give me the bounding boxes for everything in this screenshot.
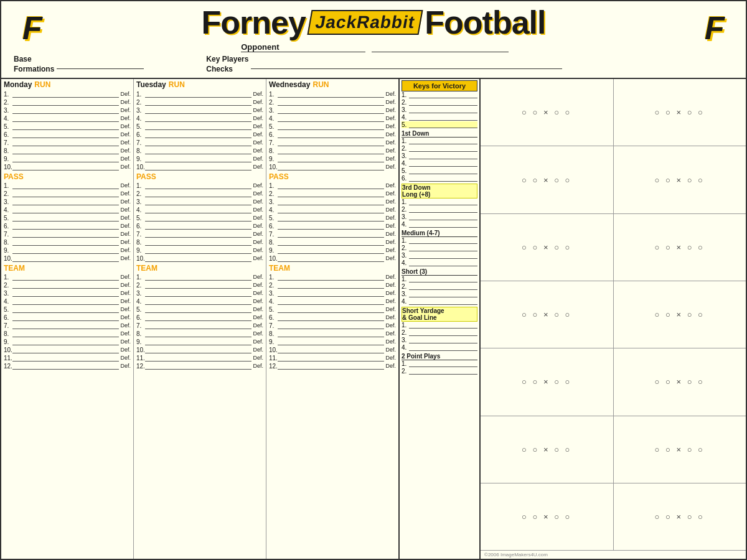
list-item: 7.Def. <box>136 230 263 238</box>
list-item: 1.Def. <box>136 182 263 189</box>
monday-column: Monday RUN 1.Def. 2.Def. 3.Def. 4.Def. 5… <box>1 79 134 559</box>
diagram-dots: ○ ○ × ○ ○ <box>522 310 571 319</box>
medium-label: Medium (4-7) <box>402 230 477 237</box>
diagram-section: ○ ○ × ○ ○ ○ ○ × ○ ○ ○ ○ × ○ ○ ○ ○ × ○ ○ … <box>481 79 746 559</box>
wednesday-type: RUN <box>312 80 329 89</box>
base-formations-label: BaseFormations <box>14 55 54 74</box>
list-item: 4.Def. <box>136 206 263 213</box>
keys-section: Keys for Victory 1. 2. 3. 4. 5. 1st Down… <box>400 79 481 559</box>
diagram-dots: ○ ○ × ○ ○ <box>655 310 705 319</box>
list-item: 1.Def. <box>136 273 263 281</box>
diagram-dots: ○ ○ × ○ ○ <box>522 243 571 252</box>
list-item: 1.Def. <box>269 273 396 281</box>
list-item: 10.Def. <box>4 163 131 170</box>
list-item: 7.Def. <box>4 230 131 238</box>
diagram-cell: ○ ○ × ○ ○ <box>481 416 614 483</box>
diagram-row: ○ ○ × ○ ○ ○ ○ × ○ ○ <box>481 214 746 281</box>
list-item: 2.Def. <box>269 281 396 289</box>
diagram-cell: ○ ○ × ○ ○ <box>481 348 614 415</box>
list-item: 6.Def. <box>136 131 263 138</box>
list-item: 6.Def. <box>136 314 263 321</box>
logo-f-left: F <box>22 12 42 44</box>
list-item: 3.Def. <box>269 106 396 114</box>
list-item: 5. <box>402 167 477 174</box>
copyright: ©2006 ImageMakers4U.com <box>481 551 746 559</box>
diagram-row: ○ ○ × ○ ○ ○ ○ × ○ ○ <box>481 416 746 483</box>
list-item: 4.Def. <box>4 297 131 305</box>
title-forney: Forney <box>202 4 306 41</box>
list-item: 1.Def. <box>4 182 131 189</box>
diagram-cell: ○ ○ × ○ ○ <box>481 214 614 281</box>
monday-type: RUN <box>34 80 50 89</box>
list-item: 10.Def. <box>269 254 396 262</box>
list-item: 3.Def. <box>136 289 263 297</box>
list-item: 1. <box>402 276 477 282</box>
diagram-cell: ○ ○ × ○ ○ <box>614 146 746 213</box>
list-item: 4.Def. <box>136 114 263 122</box>
list-item: 2. <box>402 368 477 375</box>
list-item: 12.Def. <box>4 362 131 370</box>
list-item: 5.Def. <box>4 306 131 313</box>
list-item: 4. <box>402 160 477 167</box>
title-main: Forney JackRabbit Football <box>202 4 546 41</box>
monday-pass-label: PASS <box>4 172 131 181</box>
monday-team-label: TEAM <box>4 264 131 273</box>
diagram-row: ○ ○ × ○ ○ ○ ○ × ○ ○ <box>481 146 746 213</box>
list-item: 7.Def. <box>136 139 263 146</box>
list-item: 10.Def. <box>269 346 396 353</box>
list-item: 2. <box>402 145 477 152</box>
list-item: 4.Def. <box>269 206 396 213</box>
diagram-dots: ○ ○ × ○ ○ <box>522 445 571 454</box>
diagram-cell: ○ ○ × ○ ○ <box>481 79 614 146</box>
short-label: Short (3) <box>402 268 477 276</box>
list-item: 3. <box>402 252 477 259</box>
diagram-cell: ○ ○ × ○ ○ <box>481 281 614 348</box>
wednesday-team-label: TEAM <box>269 264 396 273</box>
diagram-dots: ○ ○ × ○ ○ <box>655 108 705 117</box>
tuesday-type: RUN <box>169 80 185 89</box>
list-item: 9.Def. <box>269 155 396 162</box>
list-item: 7.Def. <box>269 322 396 329</box>
list-item: 2. <box>402 206 477 213</box>
list-item: 3.Def. <box>136 106 263 114</box>
list-item: 12.Def. <box>136 362 263 370</box>
key-players: Key PlayersChecks <box>206 55 562 74</box>
opponent-line: Opponent <box>238 42 509 52</box>
list-item: 6.Def. <box>4 222 131 230</box>
list-item: 8.Def. <box>269 147 396 154</box>
opponent-label: Opponent <box>241 42 365 52</box>
header: F Forney JackRabbit Football Opponent F … <box>1 1 746 79</box>
list-item: 5.Def. <box>269 214 396 222</box>
tuesday-label: Tuesday <box>136 80 166 89</box>
list-item: 4.Def. <box>4 114 131 122</box>
list-item: 6.Def. <box>136 222 263 230</box>
list-item: 6.Def. <box>269 222 396 230</box>
diagram-row: ○ ○ × ○ ○ ○ ○ × ○ ○ <box>481 348 746 416</box>
list-item: 1.Def. <box>4 273 131 281</box>
list-item: 7.Def. <box>136 322 263 329</box>
list-item: 2.Def. <box>136 98 263 106</box>
list-item: 1. <box>402 91 477 98</box>
schedule-section: Monday RUN 1.Def. 2.Def. 3.Def. 4.Def. 5… <box>1 79 400 559</box>
list-item: 2.Def. <box>4 281 131 289</box>
list-item: 1.Def. <box>269 90 396 98</box>
diagram-dots: ○ ○ × ○ ○ <box>655 377 705 386</box>
list-item: 2.Def. <box>136 281 263 289</box>
list-item: 1. <box>402 198 477 205</box>
two-point-label: 2 Point Plays <box>402 353 477 360</box>
list-item: 8.Def. <box>136 330 263 337</box>
list-item: 5.Def. <box>136 214 263 222</box>
list-item: 9.Def. <box>269 338 396 345</box>
list-item: 8.Def. <box>136 147 263 154</box>
list-item: 10.Def. <box>136 346 263 353</box>
list-item: 2. <box>402 329 477 336</box>
list-item: 4.Def. <box>136 297 263 305</box>
list-item: 6. <box>402 175 477 182</box>
list-item: 9.Def. <box>136 155 263 162</box>
diagram-cell: ○ ○ × ○ ○ <box>614 483 746 550</box>
monday-header: Monday RUN <box>4 80 131 89</box>
list-item: 6.Def. <box>269 314 396 321</box>
list-item: 5.Def. <box>269 306 396 313</box>
tuesday-column: Tuesday RUN 1.Def. 2.Def. 3.Def. 4.Def. … <box>134 79 266 559</box>
title-football: Football <box>425 4 545 41</box>
